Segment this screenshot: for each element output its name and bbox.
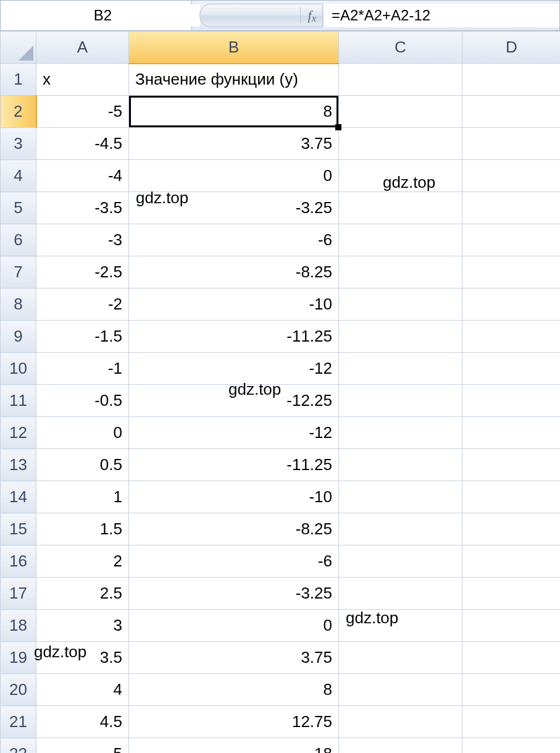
name-box-input[interactable] [6,4,200,27]
col-header-A[interactable]: A [36,32,129,64]
cell-A4[interactable]: -4 [36,160,129,192]
cell-A22[interactable]: 5 [36,738,129,754]
cell-D15[interactable] [462,513,561,545]
cell-A7[interactable]: -2.5 [36,256,129,288]
cell-B3[interactable]: 3.75 [129,128,339,160]
cell-D13[interactable] [462,449,561,481]
select-all-corner[interactable] [1,32,36,64]
cell-C20[interactable] [339,674,462,706]
cell-B22[interactable]: 18 [129,738,339,754]
cell-D2[interactable] [462,96,561,128]
cell-C17[interactable] [339,578,462,610]
cell-A8[interactable]: -2 [36,288,129,321]
row-header-14[interactable]: 14 [1,481,36,513]
cell-C14[interactable] [339,481,462,513]
row-header-2[interactable]: 2 [1,96,36,128]
cell-C1[interactable] [339,64,462,96]
cell-B10[interactable]: -12 [129,353,339,385]
cell-C7[interactable] [339,256,462,288]
cell-B21[interactable]: 12.75 [129,706,339,738]
cell-A16[interactable]: 2 [36,545,129,578]
cell-A20[interactable]: 4 [36,674,129,706]
cell-D12[interactable] [462,417,561,449]
cell-A6[interactable]: -3 [36,224,129,256]
cell-A3[interactable]: -4.5 [36,128,129,160]
row-header-19[interactable]: 19 [1,642,36,674]
row-header-21[interactable]: 21 [1,706,36,738]
col-header-D[interactable]: D [462,32,561,64]
cell-D16[interactable] [462,545,561,578]
cell-D14[interactable] [462,481,561,513]
cell-C6[interactable] [339,224,462,256]
cell-D7[interactable] [462,256,561,288]
cell-D3[interactable] [462,128,561,160]
cell-A13[interactable]: 0.5 [36,449,129,481]
cell-A14[interactable]: 1 [36,481,129,513]
cell-C5[interactable] [339,192,462,224]
cell-B14[interactable]: -10 [129,481,339,513]
cell-C19[interactable] [339,642,462,674]
cell-D11[interactable] [462,385,561,417]
cell-A9[interactable]: -1.5 [36,321,129,353]
cell-C9[interactable] [339,321,462,353]
col-header-B[interactable]: B [129,32,339,64]
cell-D18[interactable] [462,610,561,642]
cell-B11[interactable]: -12.25 [129,385,339,417]
formula-input[interactable] [324,4,559,27]
cell-A19[interactable]: 3.5 [36,642,129,674]
row-header-17[interactable]: 17 [1,578,36,610]
cell-C4[interactable] [339,160,462,192]
cell-B8[interactable]: -10 [129,288,339,321]
row-header-16[interactable]: 16 [1,545,36,578]
cell-B17[interactable]: -3.25 [129,578,339,610]
cell-D8[interactable] [462,288,561,321]
cell-A18[interactable]: 3 [36,610,129,642]
row-header-4[interactable]: 4 [1,160,36,192]
cell-A10[interactable]: -1 [36,353,129,385]
row-header-20[interactable]: 20 [1,674,36,706]
row-header-7[interactable]: 7 [1,256,36,288]
cell-A5[interactable]: -3.5 [36,192,129,224]
cell-D19[interactable] [462,642,561,674]
cell-A21[interactable]: 4.5 [36,706,129,738]
cell-D4[interactable] [462,160,561,192]
row-header-12[interactable]: 12 [1,417,36,449]
cell-C12[interactable] [339,417,462,449]
cell-B19[interactable]: 3.75 [129,642,339,674]
cell-B5[interactable]: -3.25 [129,192,339,224]
cell-B6[interactable]: -6 [129,224,339,256]
cell-D21[interactable] [462,706,561,738]
cell-C16[interactable] [339,545,462,578]
cell-C21[interactable] [339,706,462,738]
cell-D17[interactable] [462,578,561,610]
row-header-9[interactable]: 9 [1,321,36,353]
cell-B13[interactable]: -11.25 [129,449,339,481]
cell-B4[interactable]: 0 [129,160,339,192]
row-header-8[interactable]: 8 [1,288,36,321]
cell-D1[interactable] [462,64,561,96]
row-header-22[interactable]: 22 [1,738,36,754]
cell-D6[interactable] [462,224,561,256]
cell-C22[interactable] [339,738,462,754]
cell-C3[interactable] [339,128,462,160]
cell-D5[interactable] [462,192,561,224]
cell-D22[interactable] [462,738,561,754]
cell-C2[interactable] [339,96,462,128]
cell-C10[interactable] [339,353,462,385]
cell-A12[interactable]: 0 [36,417,129,449]
cell-B20[interactable]: 8 [129,674,339,706]
row-header-6[interactable]: 6 [1,224,36,256]
cell-C15[interactable] [339,513,462,545]
cell-D9[interactable] [462,321,561,353]
row-header-10[interactable]: 10 [1,353,36,385]
cell-B7[interactable]: -8.25 [129,256,339,288]
cell-B9[interactable]: -11.25 [129,321,339,353]
cell-D10[interactable] [462,353,561,385]
row-header-13[interactable]: 13 [1,449,36,481]
cell-B18[interactable]: 0 [129,610,339,642]
cell-C8[interactable] [339,288,462,321]
cell-B12[interactable]: -12 [129,417,339,449]
row-header-5[interactable]: 5 [1,192,36,224]
row-header-18[interactable]: 18 [1,610,36,642]
row-header-1[interactable]: 1 [1,64,36,96]
